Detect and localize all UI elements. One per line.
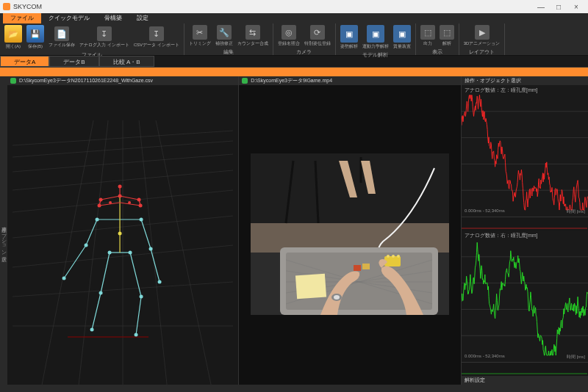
main-area: 座標系オプション選択 D:\SkycomEye3データN2017110261E2… (0, 76, 588, 385)
svg-rect-48 (295, 274, 326, 300)
svg-point-36 (129, 251, 132, 255)
menu-tab-quickmodel[interactable]: クイックモデル (41, 13, 97, 23)
svg-rect-49 (354, 265, 361, 271)
svg-rect-50 (362, 264, 370, 269)
chart1-title: アナログ数値：左：瞳孔度[mm] (465, 87, 538, 94)
panel-3d-header: D:\SkycomEye3データN2017110261E2248_WithGaz… (7, 76, 238, 85)
svg-point-26 (109, 201, 112, 204)
analog-header: 操作・オブジェクト選択 (462, 76, 588, 85)
svg-point-21 (118, 195, 122, 198)
anim-icon: ▶ (475, 25, 490, 40)
chart2-overview[interactable] (462, 363, 588, 376)
svg-line-10 (79, 120, 108, 385)
chart1-overview[interactable] (462, 217, 588, 231)
subtab-data-b[interactable]: データB (49, 56, 98, 67)
left-rail[interactable]: 座標系オプション選択 (0, 76, 7, 385)
chart1-axis: 0.000ms - 52,340ms時間 [ms] (465, 208, 585, 215)
panel-video-filename: D:\SkycomEye3データ9iGame.mp4 (251, 77, 332, 84)
pose-icon: ⟳ (310, 25, 325, 40)
analog-import-button[interactable]: ↧アナログ入力 インポート (78, 26, 131, 49)
fix-icon: 🔧 (217, 25, 232, 40)
svg-point-33 (149, 247, 153, 251)
analog-footer[interactable]: 解析設定 (462, 376, 588, 385)
mechanics-button[interactable]: ▣運動力学解析 (361, 24, 390, 51)
file-icon: 📄 (54, 26, 69, 41)
anim-button[interactable]: ▶3Dアニメーション (462, 24, 502, 48)
titlebar: SKYCOM — □ × (0, 0, 588, 13)
svg-point-23 (98, 204, 101, 208)
save-icon: 💾 (26, 25, 44, 43)
save-button[interactable]: 💾保存(B) (25, 24, 46, 51)
menubar: ファイル クイックモデル 骨構築 設定 (0, 13, 588, 23)
menu-tab-bone[interactable]: 骨構築 (97, 13, 129, 23)
panel-3d-view[interactable]: D:\SkycomEye3データN2017110261E2248_WithGaz… (7, 76, 239, 385)
svg-point-32 (62, 277, 66, 280)
subtab-compare[interactable]: 比較 A・B (99, 56, 154, 67)
folder-open-icon: 📂 (4, 25, 22, 43)
app-icon (3, 3, 10, 10)
svg-point-38 (90, 328, 94, 332)
analysis-icon: ⬚ (440, 25, 454, 40)
svg-point-52 (387, 255, 390, 258)
menu-tab-file[interactable]: ファイル (3, 13, 41, 23)
csv-import-button[interactable]: ↧CSVデータ インポート (132, 26, 181, 49)
svg-point-37 (99, 291, 103, 295)
mechanics-icon: ▣ (367, 25, 384, 43)
chart-left-pupil[interactable]: アナログ数値：左：瞳孔度[mm] 0.000ms - 52,340ms時間 [m… (462, 85, 588, 217)
svg-point-35 (108, 251, 112, 255)
panel-analog: 操作・オブジェクト選択 アナログ数値：左：瞳孔度[mm] 0.000ms - 5… (462, 76, 588, 385)
svg-point-29 (96, 218, 99, 222)
panel-3d-filename: D:\SkycomEye3データN2017110261E2248_WithGaz… (19, 77, 153, 84)
svg-point-31 (85, 244, 88, 247)
output-button[interactable]: ⬚出力 (419, 24, 437, 48)
maximize-button[interactable]: □ (550, 3, 567, 11)
record-indicator-icon (10, 78, 16, 84)
svg-point-56 (334, 295, 340, 300)
import-icon: ↧ (97, 26, 112, 41)
svg-point-39 (140, 295, 143, 299)
svg-point-40 (135, 333, 138, 337)
counter-button[interactable]: ⇆カウンター合成 (236, 24, 270, 48)
mass-icon: ▣ (393, 25, 411, 43)
svg-point-22 (137, 198, 141, 202)
menu-tab-settings[interactable]: 設定 (129, 13, 156, 23)
record-indicator-icon (242, 78, 248, 84)
minimize-button[interactable]: — (532, 3, 550, 11)
close-button[interactable]: × (567, 3, 585, 11)
orange-strip (0, 68, 588, 76)
svg-point-54 (397, 255, 400, 258)
trim-icon: ✂ (193, 25, 207, 40)
subtab-data-a[interactable]: データA (0, 56, 49, 67)
panel-video-header: D:\SkycomEye3データ9iGame.mp4 (239, 76, 461, 85)
filesave-button[interactable]: 📄ファイル保存 (47, 26, 76, 49)
svg-point-53 (392, 255, 395, 258)
svg-line-9 (42, 120, 93, 385)
svg-point-27 (128, 201, 131, 204)
masscalc-button[interactable]: ▣質量装置 (392, 24, 412, 51)
skeleton-3d-svg (7, 76, 238, 385)
svg-point-34 (158, 280, 162, 284)
regmatch-button[interactable]: ◎登録名照合 (276, 24, 301, 48)
sub-tabs: データA データB 比較 A・B (0, 56, 588, 68)
timesync-button[interactable]: ⟳特別姿位登録 (303, 24, 332, 48)
open-button[interactable]: 📂開く(A) (3, 24, 24, 51)
posture-button[interactable]: ▣姿勢解析 (339, 24, 359, 51)
attachfix-button[interactable]: 🔧補強修正 (214, 24, 234, 48)
panel-video[interactable]: D:\SkycomEye3データ9iGame.mp4 (239, 76, 462, 385)
trim-button[interactable]: ✂トリミング (187, 24, 212, 48)
chart-right-pupil[interactable]: アナログ数値：右：瞳孔度[mm] 0.000ms - 52,340ms時間 [m… (462, 231, 588, 363)
posture-icon: ▣ (340, 25, 358, 43)
chart2-axis: 0.000ms - 52,340ms時間 [ms] (465, 354, 585, 360)
svg-line-13 (156, 120, 211, 385)
match-icon: ◎ (282, 25, 296, 40)
csv-icon: ↧ (149, 26, 164, 41)
ribbon: 📂開く(A) 💾保存(B) 📄ファイル保存 ↧アナログ入力 インポート ↧CSV… (0, 23, 588, 56)
svg-point-25 (118, 185, 122, 189)
chart2-svg (462, 231, 588, 362)
statusbar (0, 385, 588, 392)
svg-rect-62 (462, 231, 588, 362)
analysis-button[interactable]: ⬚解析 (438, 24, 456, 48)
svg-line-12 (139, 120, 167, 385)
chart2-title: アナログ数値：右：瞳孔度[mm] (465, 232, 538, 239)
merge-icon: ⇆ (245, 25, 260, 40)
